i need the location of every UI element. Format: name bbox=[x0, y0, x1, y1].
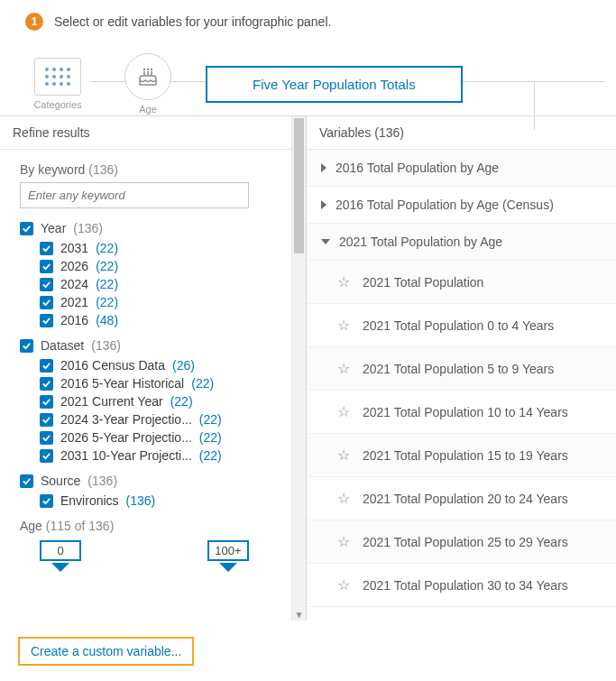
checkbox-checked-icon[interactable] bbox=[40, 431, 53, 445]
slider-handle-icon[interactable] bbox=[219, 563, 237, 572]
breadcrumb-age-button[interactable] bbox=[124, 53, 171, 100]
checkbox-checked-icon[interactable] bbox=[40, 494, 53, 508]
facet-dataset-item-count: (22) bbox=[191, 376, 214, 391]
star-icon[interactable]: ☆ bbox=[337, 403, 350, 420]
star-icon[interactable]: ☆ bbox=[337, 446, 350, 464]
breadcrumb-age-label: Age bbox=[139, 104, 157, 115]
facet-source-label[interactable]: Source bbox=[41, 474, 80, 488]
variable-item-label: 2021 Total Population 15 to 19 Years bbox=[363, 448, 568, 463]
facet-dataset-item-count: (22) bbox=[199, 430, 222, 445]
grid-icon bbox=[41, 64, 74, 89]
by-keyword-count: (136) bbox=[88, 162, 118, 177]
create-custom-variable-link[interactable]: Create a custom variable... bbox=[31, 644, 181, 658]
variable-item[interactable]: ☆2021 Total Population 25 to 29 Years bbox=[307, 520, 616, 564]
facet-source-item-count: (136) bbox=[126, 493, 156, 508]
facet-year-item-count: (22) bbox=[96, 277, 118, 291]
variable-group-label: 2016 Total Population by Age bbox=[336, 161, 499, 175]
caret-down-icon bbox=[321, 239, 330, 244]
facet-dataset-item-count: (22) bbox=[199, 448, 222, 463]
checkbox-checked-icon[interactable] bbox=[40, 296, 53, 309]
cake-icon bbox=[134, 63, 161, 90]
step-description: Select or edit variables for your infogr… bbox=[54, 14, 331, 29]
facet-dataset-count: (136) bbox=[91, 338, 121, 353]
left-scrollbar[interactable]: ▲ ▼ bbox=[291, 116, 306, 621]
facet-year-item[interactable]: 2016 bbox=[60, 313, 88, 327]
checkbox-checked-icon[interactable] bbox=[40, 242, 53, 255]
scroll-thumb[interactable] bbox=[294, 118, 304, 253]
facet-year-count: (136) bbox=[73, 221, 103, 235]
facet-year-label[interactable]: Year bbox=[41, 221, 66, 235]
star-icon[interactable]: ☆ bbox=[337, 273, 350, 290]
svg-point-5 bbox=[52, 75, 56, 78]
facet-dataset-item[interactable]: 2021 Current Year bbox=[60, 394, 163, 409]
age-max-input[interactable]: 100+ bbox=[207, 540, 249, 561]
star-icon[interactable]: ☆ bbox=[337, 533, 350, 550]
checkbox-checked-icon[interactable] bbox=[20, 339, 33, 353]
variable-item[interactable]: ☆2021 Total Population bbox=[307, 261, 616, 304]
variable-item-label: 2021 Total Population 25 to 29 Years bbox=[363, 535, 568, 549]
facet-source-count: (136) bbox=[87, 474, 117, 488]
svg-point-11 bbox=[67, 82, 70, 86]
svg-point-8 bbox=[45, 82, 49, 86]
caret-right-icon bbox=[321, 163, 326, 172]
checkbox-checked-icon[interactable] bbox=[40, 449, 53, 463]
star-icon[interactable]: ☆ bbox=[337, 317, 350, 334]
facet-year-item-count: (22) bbox=[96, 241, 118, 255]
checkbox-checked-icon[interactable] bbox=[40, 260, 53, 273]
facet-dataset-item[interactable]: 2031 10-Year Projecti... bbox=[60, 448, 192, 463]
checkbox-checked-icon[interactable] bbox=[20, 222, 33, 235]
svg-point-17 bbox=[151, 69, 152, 70]
variable-item[interactable]: ☆2021 Total Population 15 to 19 Years bbox=[307, 434, 616, 477]
facet-year-item[interactable]: 2024 bbox=[60, 277, 88, 291]
variable-item-label: 2021 Total Population 0 to 4 Years bbox=[363, 318, 554, 333]
variable-item[interactable]: ☆2021 Total Population 30 to 34 Years bbox=[307, 564, 616, 607]
svg-point-9 bbox=[52, 82, 56, 86]
variable-item[interactable]: ☆2021 Total Population 0 to 4 Years bbox=[307, 304, 616, 347]
checkbox-checked-icon[interactable] bbox=[20, 474, 33, 488]
caret-right-icon bbox=[321, 200, 326, 209]
facet-dataset-item[interactable]: 2026 5-Year Projectio... bbox=[60, 430, 192, 445]
variable-item-label: 2021 Total Population 30 to 34 Years bbox=[363, 578, 568, 593]
checkbox-checked-icon[interactable] bbox=[40, 278, 53, 291]
checkbox-checked-icon[interactable] bbox=[40, 359, 53, 373]
facet-source-item[interactable]: Environics bbox=[60, 493, 119, 508]
variable-item[interactable]: ☆2021 Total Population 10 to 14 Years bbox=[307, 391, 616, 434]
facet-dataset-item[interactable]: 2016 5-Year Historical bbox=[60, 376, 184, 391]
svg-point-0 bbox=[45, 68, 49, 71]
facet-dataset-item-count: (22) bbox=[199, 412, 222, 427]
checkbox-checked-icon[interactable] bbox=[40, 395, 53, 409]
svg-point-10 bbox=[60, 82, 63, 86]
age-min-input[interactable]: 0 bbox=[40, 540, 81, 561]
facet-dataset-label[interactable]: Dataset bbox=[41, 338, 84, 353]
variable-item-label: 2021 Total Population 10 to 14 Years bbox=[363, 405, 568, 419]
breadcrumb-categories-button[interactable] bbox=[34, 58, 81, 96]
checkbox-checked-icon[interactable] bbox=[40, 377, 53, 391]
facet-year-item[interactable]: 2031 bbox=[60, 241, 88, 255]
svg-point-15 bbox=[143, 69, 145, 70]
facet-year-item[interactable]: 2026 bbox=[60, 259, 88, 273]
slider-handle-icon[interactable] bbox=[51, 563, 69, 572]
svg-point-3 bbox=[67, 68, 70, 71]
facet-year-item-count: (22) bbox=[96, 259, 118, 273]
checkbox-checked-icon[interactable] bbox=[40, 413, 53, 427]
breadcrumb-title[interactable]: Five Year Population Totals bbox=[206, 66, 463, 103]
star-icon[interactable]: ☆ bbox=[337, 576, 350, 594]
breadcrumb-categories-label: Categories bbox=[33, 99, 81, 110]
step-number-badge: 1 bbox=[25, 13, 43, 31]
svg-point-16 bbox=[147, 69, 149, 70]
variable-group[interactable]: 2021 Total Population by Age bbox=[307, 224, 616, 261]
svg-point-6 bbox=[60, 75, 63, 78]
breadcrumb: Categories Age Five Year Population Tota… bbox=[0, 45, 616, 115]
variable-item[interactable]: ☆2021 Total Population 5 to 9 Years bbox=[307, 347, 616, 391]
variable-item[interactable]: ☆2021 Total Population 20 to 24 Years bbox=[307, 477, 616, 520]
variable-group[interactable]: 2016 Total Population by Age bbox=[307, 150, 616, 187]
keyword-input[interactable] bbox=[20, 182, 249, 208]
checkbox-checked-icon[interactable] bbox=[40, 314, 53, 327]
facet-dataset-item[interactable]: 2016 Census Data bbox=[60, 358, 165, 373]
star-icon[interactable]: ☆ bbox=[337, 360, 350, 377]
facet-dataset-item[interactable]: 2024 3-Year Projectio... bbox=[60, 412, 192, 427]
star-icon[interactable]: ☆ bbox=[337, 490, 350, 507]
variable-group[interactable]: 2016 Total Population by Age (Census) bbox=[307, 187, 616, 224]
scroll-down-icon[interactable]: ▼ bbox=[292, 608, 306, 621]
facet-year-item[interactable]: 2021 bbox=[60, 295, 88, 309]
